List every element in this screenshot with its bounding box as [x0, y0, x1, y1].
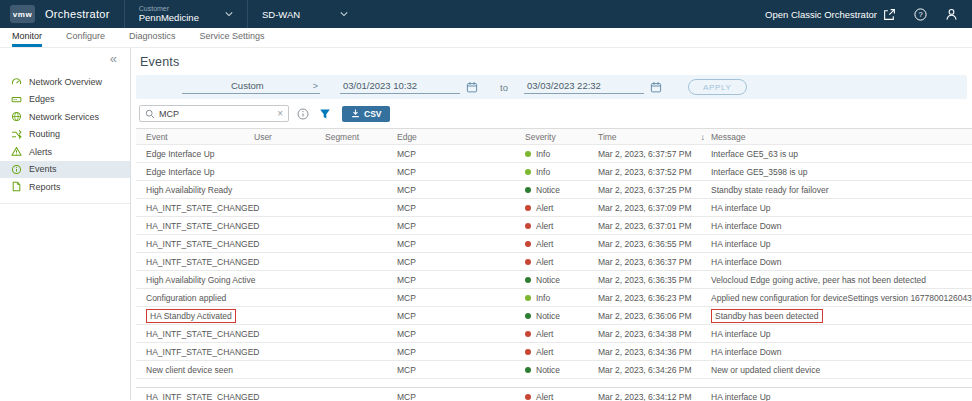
- service-selector[interactable]: SD-WAN: [262, 9, 348, 20]
- column-header-edge[interactable]: Edge: [397, 132, 525, 142]
- severity-cell: Notice: [525, 275, 598, 285]
- date-range-bar: Custom > 03/01/2023 10:32 to 03/03/2023 …: [136, 75, 967, 99]
- tab-configure[interactable]: Configure: [66, 28, 105, 47]
- sidebar-item-label: Events: [29, 164, 57, 174]
- external-link-icon: [883, 8, 896, 21]
- message-cell: HA interface Up: [711, 329, 962, 339]
- search-box[interactable]: ×: [139, 105, 289, 122]
- download-icon: [351, 109, 360, 118]
- table-row[interactable]: Edge Interface UpMCPInfoMar 2, 2023, 6:3…: [136, 163, 972, 181]
- search-input[interactable]: [159, 109, 273, 119]
- user-icon[interactable]: [945, 8, 958, 21]
- severity-cell: Notice: [525, 311, 598, 321]
- date-range-preset-select[interactable]: Custom >: [182, 80, 320, 94]
- table-row[interactable]: High Availability ReadyMCPNoticeMar 2, 2…: [136, 181, 972, 199]
- apply-button[interactable]: APPLY: [688, 79, 747, 95]
- severity-cell: Info: [525, 149, 598, 159]
- top-bar: vmw Orchestrator Customer PennMedicine S…: [0, 0, 972, 28]
- column-header-severity[interactable]: Severity: [525, 132, 598, 142]
- open-classic-orchestrator-link[interactable]: Open Classic Orchestrator: [765, 8, 896, 21]
- severity-cell: Alert: [525, 257, 598, 267]
- tab-monitor[interactable]: Monitor: [12, 28, 42, 47]
- message-cell: Interface GE5_63 is up: [711, 149, 962, 159]
- table-row[interactable]: HA_INTF_STATE_CHANGEDMCPAlertMar 2, 2023…: [136, 325, 972, 343]
- severity-cell: Alert: [525, 329, 598, 339]
- event-cell: Configuration applied: [146, 293, 254, 303]
- table-row[interactable]: HA_INTF_STATE_CHANGEDMCPAlertMar 2, 2023…: [136, 253, 972, 271]
- column-header-user[interactable]: User: [254, 132, 325, 142]
- sidebar-item-label: Alerts: [29, 147, 52, 157]
- severity-dot: [525, 277, 531, 283]
- sidebar-item-routing[interactable]: Routing: [0, 126, 130, 144]
- table-row[interactable]: High Availability Going ActiveMCPNoticeM…: [136, 271, 972, 289]
- sidebar-collapse-icon[interactable]: «: [110, 51, 117, 66]
- table-row[interactable]: HA_INTF_STATE_CHANGEDMCPAlertMar 2, 2023…: [136, 388, 972, 401]
- table-row[interactable]: Edge Interface UpMCPInfoMar 2, 2023, 6:3…: [136, 145, 972, 163]
- table-row[interactable]: HA_INTF_STATE_CHANGEDMCPAlertMar 2, 2023…: [136, 343, 972, 361]
- table-row[interactable]: New client device seenMCPNoticeMar 2, 20…: [136, 361, 972, 379]
- message-cell: Applied new configuration for deviceSett…: [711, 293, 972, 303]
- product-name: Orchestrator: [45, 8, 110, 20]
- severity-cell: Alert: [525, 347, 598, 357]
- time-cell: Mar 2, 2023, 6:34:36 PM: [598, 347, 711, 357]
- calendar-icon[interactable]: [466, 81, 478, 93]
- chevron-down-icon: [225, 11, 233, 17]
- time-cell: Mar 2, 2023, 6:36:37 PM: [598, 257, 711, 267]
- severity-cell: Notice: [525, 185, 598, 195]
- tab-diagnostics[interactable]: Diagnostics: [129, 28, 176, 47]
- sidebar-item-network-services[interactable]: Network Services: [0, 108, 130, 126]
- sidebar-item-edges[interactable]: Edges: [0, 91, 130, 109]
- highlight-box: HA Standby Activated: [146, 309, 236, 323]
- sidebar-item-reports[interactable]: Reports: [0, 178, 130, 196]
- severity-dot: [525, 187, 531, 193]
- customer-selector[interactable]: Customer PennMedicine: [139, 5, 233, 24]
- table-row[interactable]: HA_INTF_STATE_CHANGEDMCPAlertMar 2, 2023…: [136, 217, 972, 235]
- message-cell: HA interface Up: [711, 392, 962, 401]
- time-cell: Mar 2, 2023, 6:37:25 PM: [598, 185, 711, 195]
- time-cell: Mar 2, 2023, 6:37:57 PM: [598, 149, 711, 159]
- event-cell: HA_INTF_STATE_CHANGED: [146, 347, 254, 357]
- severity-dot: [525, 259, 531, 265]
- severity-dot: [525, 394, 531, 400]
- tab-service-settings[interactable]: Service Settings: [200, 28, 265, 47]
- severity-label: Alert: [536, 347, 553, 357]
- date-from-input[interactable]: 03/01/2023 10:32: [340, 80, 460, 94]
- filter-icon[interactable]: [319, 108, 331, 120]
- vmware-logo: vmw: [10, 5, 35, 23]
- table-header-row: EventUserSegmentEdgeSeverityTime↓Message: [136, 128, 972, 145]
- severity-cell: Info: [525, 167, 598, 177]
- main-content: Events Custom > 03/01/2023 10:32 to 03/0…: [131, 48, 972, 400]
- svg-text:?: ?: [918, 10, 922, 19]
- table-row[interactable]: Configuration appliedMCPInfoMar 2, 2023,…: [136, 289, 972, 307]
- table-gap: [136, 379, 972, 388]
- table-row[interactable]: HA_INTF_STATE_CHANGEDMCPAlertMar 2, 2023…: [136, 199, 972, 217]
- clear-search-icon[interactable]: ×: [277, 109, 283, 119]
- table-toolbar: × CSV: [139, 105, 972, 122]
- sidebar-item-label: Routing: [29, 129, 60, 139]
- message-cell: Interface GE5_3598 is up: [711, 167, 962, 177]
- table-row[interactable]: HA_INTF_STATE_CHANGEDMCPAlertMar 2, 2023…: [136, 235, 972, 253]
- info-icon[interactable]: [297, 108, 309, 120]
- time-cell: Mar 2, 2023, 6:36:06 PM: [598, 311, 711, 321]
- table-row[interactable]: HA Standby ActivatedMCPNoticeMar 2, 2023…: [136, 307, 972, 325]
- sidebar-item-events[interactable]: Events: [0, 161, 130, 179]
- routing-icon: [11, 129, 22, 140]
- edge-cell: MCP: [397, 329, 525, 339]
- column-header-segment[interactable]: Segment: [325, 132, 397, 142]
- sidebar-item-alerts[interactable]: Alerts: [0, 143, 130, 161]
- sidebar-item-network-overview[interactable]: Network Overview: [0, 73, 130, 91]
- chevron-down-icon: [340, 11, 348, 17]
- column-header-time[interactable]: Time↓: [598, 132, 711, 142]
- time-cell: Mar 2, 2023, 6:34:38 PM: [598, 329, 711, 339]
- csv-export-button[interactable]: CSV: [342, 106, 390, 122]
- date-to-input[interactable]: 03/03/2023 22:32: [524, 80, 644, 94]
- sort-desc-icon[interactable]: ↓: [701, 132, 706, 142]
- column-header-message[interactable]: Message: [711, 132, 962, 142]
- severity-dot: [525, 205, 531, 211]
- help-icon[interactable]: ?: [914, 8, 927, 21]
- severity-cell: Alert: [525, 221, 598, 231]
- edge-cell: MCP: [397, 347, 525, 357]
- calendar-icon[interactable]: [650, 81, 662, 93]
- message-cell: Standby state ready for failover: [711, 185, 962, 195]
- column-header-event[interactable]: Event: [146, 132, 254, 142]
